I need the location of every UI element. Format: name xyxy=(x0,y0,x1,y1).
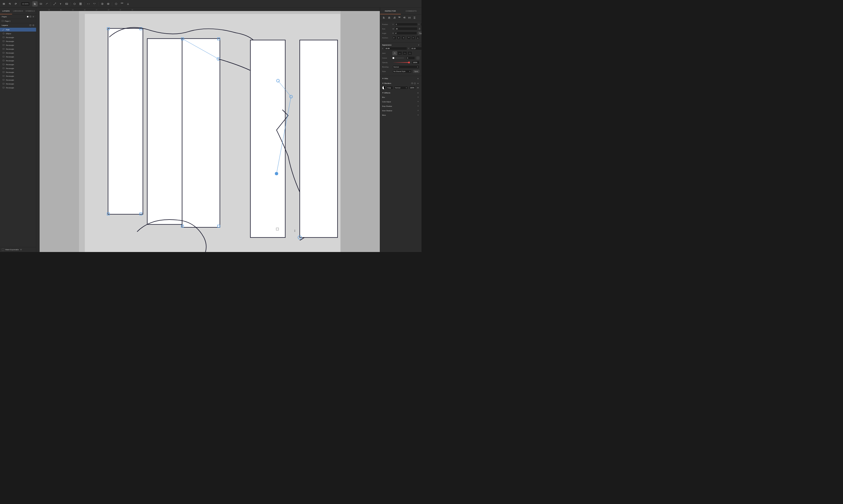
effect-blur[interactable]: Blur + xyxy=(380,95,422,100)
align-left-edges-btn[interactable] xyxy=(382,16,386,20)
menu-icon[interactable] xyxy=(1,1,6,6)
layer-item-rect-10[interactable]: Rectangle xyxy=(0,70,36,74)
border-color-swatch[interactable] xyxy=(382,86,386,90)
appearance-chevron[interactable]: ▼ xyxy=(418,44,419,46)
align-top-edges-btn[interactable] xyxy=(398,16,402,20)
tab-inspector[interactable]: INSPECTOR xyxy=(380,8,401,14)
size-w-input[interactable] xyxy=(395,27,418,30)
effect-inner-shadow[interactable]: Inner Shadow + xyxy=(380,108,422,113)
corner-slider-thumb[interactable] xyxy=(393,57,394,59)
rectangle-tool[interactable] xyxy=(38,1,44,6)
align-vertical-centers-btn[interactable] xyxy=(402,16,407,20)
mask-tool[interactable] xyxy=(100,1,105,6)
add-exportable-icon[interactable] xyxy=(20,249,22,251)
inner-shadow-add-btn[interactable]: + xyxy=(417,109,419,112)
zoom-tool[interactable] xyxy=(86,1,91,6)
add-layer-icon[interactable] xyxy=(32,24,35,26)
opacity-slider[interactable] xyxy=(393,62,410,63)
layer-item-rect-4[interactable]: Rectangle xyxy=(0,47,36,51)
corner-value-input[interactable] xyxy=(406,56,415,60)
tab-layers[interactable]: LAYERS xyxy=(0,8,12,14)
layer-item-rect-11[interactable]: Rectangle xyxy=(0,74,36,78)
align-horizontal-centers-btn[interactable] xyxy=(387,16,391,20)
anchor-middle-btn[interactable] xyxy=(412,36,415,40)
border-type-dropdown[interactable]: Normal ▼ xyxy=(394,86,408,90)
layer-item-rect-8[interactable]: Rectangle xyxy=(0,62,36,66)
joint-btn-4[interactable] xyxy=(408,52,412,55)
layer-item-rect-12[interactable]: Rectangle xyxy=(0,78,36,82)
layer-item-rect-5[interactable]: Rectangle xyxy=(0,51,36,55)
redo-icon[interactable] xyxy=(13,1,18,6)
layer-item-rect-6[interactable]: Rectangle xyxy=(0,55,36,59)
anchor-right-btn[interactable] xyxy=(402,36,405,40)
borders-chevron[interactable]: ▼ xyxy=(382,83,384,85)
anchor-bottom-btn[interactable] xyxy=(416,36,420,40)
tab-symbols[interactable]: SYMBOLS xyxy=(24,8,36,14)
page-item-1[interactable]: Page 1 xyxy=(0,19,36,23)
flip-tool[interactable] xyxy=(92,1,97,6)
distribute-h-btn[interactable] xyxy=(407,16,412,20)
style-dropdown[interactable]: No Shared Style ▼ xyxy=(393,70,412,73)
position-y-input[interactable] xyxy=(421,23,422,26)
tab-libraries[interactable]: LIBRARIES xyxy=(12,8,24,14)
align-right-edges-btn[interactable] xyxy=(392,16,397,20)
select-tool[interactable] xyxy=(32,1,38,6)
borders-sync-icon[interactable] xyxy=(411,83,413,85)
opacity-value-input[interactable] xyxy=(412,61,419,64)
layer-item-rect-14[interactable]: Rectangle xyxy=(0,86,36,90)
undo-icon[interactable] xyxy=(7,1,13,6)
layer-item-rect-7[interactable]: Rectangle xyxy=(0,59,36,62)
layer-item-rect-3[interactable]: Rectangle xyxy=(0,43,36,47)
boolean-tool[interactable] xyxy=(106,1,111,6)
add-effect-btn[interactable]: + xyxy=(417,91,419,94)
component-tool[interactable] xyxy=(113,1,119,6)
joint-btn-2[interactable] xyxy=(398,52,402,55)
vector-tool[interactable] xyxy=(45,1,50,6)
symbol-tool[interactable] xyxy=(72,1,77,6)
layer-item-path[interactable]: Path xyxy=(0,28,36,32)
delete-layer-icon[interactable] xyxy=(30,24,32,26)
canvas-content[interactable]: ↕ xyxy=(40,11,380,252)
layer-item-rect-13[interactable]: Rectangle xyxy=(0,82,36,86)
layer-item-rect-2[interactable]: Rectangle xyxy=(0,39,36,43)
page-toggle[interactable] xyxy=(27,16,29,18)
anchor-left-btn[interactable] xyxy=(393,36,396,40)
distribute-v-btn[interactable] xyxy=(412,16,417,20)
sync-button[interactable]: Sync xyxy=(413,70,419,73)
image-tool[interactable] xyxy=(64,1,69,6)
blur-add-btn[interactable]: + xyxy=(417,96,419,98)
joint-btn-1[interactable] xyxy=(393,52,397,55)
opacity-thumb[interactable] xyxy=(408,61,410,64)
gradient-tool[interactable] xyxy=(52,1,57,6)
transform-button[interactable]: Transform xyxy=(418,32,421,35)
layer-item-ellipse[interactable]: Ellipse xyxy=(0,32,36,35)
anchor-center-btn[interactable] xyxy=(397,36,401,40)
path-x-input[interactable] xyxy=(385,47,407,50)
corner-slider[interactable] xyxy=(393,58,404,58)
drop-shadow-add-btn[interactable]: + xyxy=(417,105,419,107)
fills-chevron[interactable]: ▼ xyxy=(382,78,384,80)
layer-item-rect-1[interactable]: Rectangle xyxy=(0,35,36,39)
path-y-input[interactable] xyxy=(410,47,422,50)
color-adjust-add-btn[interactable]: + xyxy=(417,100,419,103)
zoom-control[interactable]: ⊕ 100% xyxy=(21,2,30,6)
add-page-icon[interactable] xyxy=(32,16,35,18)
effect-color-adjust[interactable]: Color Adjust + xyxy=(380,100,422,104)
angle-input[interactable] xyxy=(394,32,417,35)
tab-comments[interactable]: COMMENTS xyxy=(401,8,421,14)
border-opacity-input[interactable] xyxy=(409,86,416,90)
border-width-input[interactable] xyxy=(387,86,393,90)
canvas-area[interactable]: 19 21 23 25 27 29 31 33 xyxy=(36,8,380,252)
more-add-btn[interactable]: + xyxy=(417,114,419,116)
joint-btn-3[interactable] xyxy=(403,52,407,55)
position-x-input[interactable] xyxy=(395,23,418,26)
anchor-top-btn[interactable] xyxy=(407,36,411,40)
effect-drop-shadow[interactable]: Drop Shadow + xyxy=(380,104,422,108)
export-tool[interactable] xyxy=(125,1,131,6)
lock-ratio-icon[interactable] xyxy=(419,28,421,30)
text-tool[interactable]: T xyxy=(58,1,64,6)
corner-type-btn[interactable] xyxy=(417,56,419,59)
add-border-btn[interactable]: + xyxy=(417,82,419,85)
border-visibility-btn[interactable] xyxy=(417,86,419,89)
effects-chevron[interactable]: ▼ xyxy=(382,92,384,94)
